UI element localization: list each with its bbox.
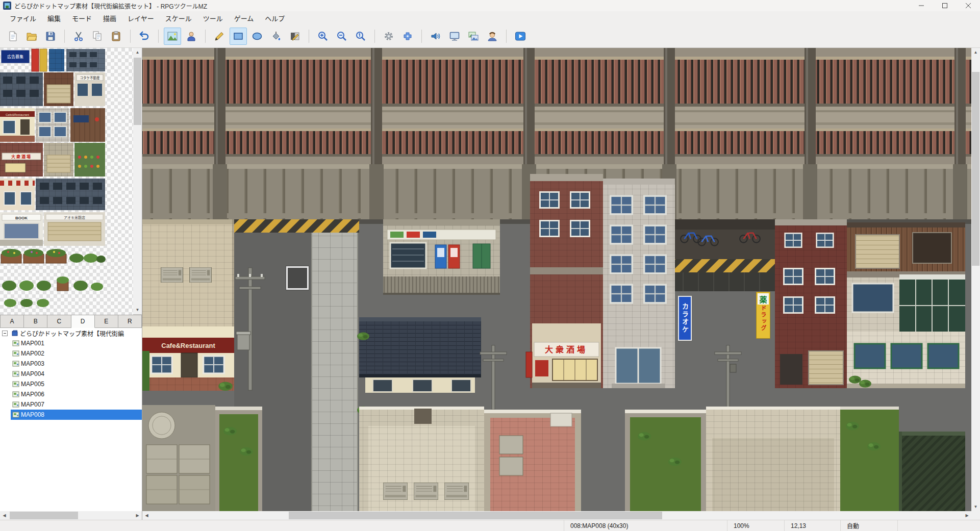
tileset-palette-canvas[interactable]: 広告募集 <box>0 48 133 315</box>
karaoke-sign[interactable]: カラオケ <box>678 296 692 341</box>
menu-item-game[interactable]: ゲーム <box>229 11 260 25</box>
tile-cursor[interactable] <box>286 266 309 290</box>
menu-item-draw[interactable]: 描画 <box>97 11 122 25</box>
trash-bin[interactable] <box>236 332 250 350</box>
tab-a[interactable]: A <box>0 315 24 328</box>
pencil-tool-button[interactable] <box>211 28 228 45</box>
palette-row-buildings-4[interactable] <box>0 179 105 210</box>
tree-scroll-track[interactable] <box>9 511 133 520</box>
menu-item-file[interactable]: ファイル <box>4 11 42 25</box>
scroll-down-arrow-icon[interactable]: ▼ <box>971 502 980 511</box>
palette-row-buildings-2[interactable]: Cafe&Restaurant <box>0 108 105 142</box>
map-mode-button[interactable] <box>164 28 181 45</box>
menu-item-scale[interactable]: スケール <box>160 11 197 25</box>
map-horizontal-scrollbar[interactable]: ◀ ▶ <box>142 511 971 520</box>
palette-row-buildings-3[interactable]: 大衆酒場 <box>0 143 105 176</box>
title-bar[interactable]: どらぴかドットマップ素材【現代街編拡張セット】 - RPGツクールMZ <box>0 0 980 11</box>
palette-scroll-track[interactable] <box>133 57 142 306</box>
paste-button[interactable] <box>108 28 125 45</box>
scroll-up-arrow-icon[interactable]: ▲ <box>971 48 980 57</box>
tree-horizontal-scrollbar[interactable]: ◀ ▶ <box>0 511 142 520</box>
new-project-button[interactable] <box>4 28 21 45</box>
ellipse-tool-button[interactable] <box>248 28 266 45</box>
building-dark-green[interactable] <box>899 432 965 511</box>
tree-item-map001[interactable]: MAP001 <box>0 338 142 348</box>
scroll-left-arrow-icon[interactable]: ◀ <box>0 511 9 520</box>
menu-item-layer[interactable]: レイヤー <box>122 11 160 25</box>
menu-item-edit[interactable]: 編集 <box>42 11 66 25</box>
sound-test-button[interactable] <box>427 28 444 45</box>
building-maroon2[interactable] <box>775 219 847 388</box>
resource-manager-button[interactable] <box>465 28 482 45</box>
scroll-right-arrow-icon[interactable]: ▶ <box>133 511 142 520</box>
zoom-in-button[interactable] <box>314 28 332 45</box>
building-cafe-block[interactable]: Cafe&Restaurant <box>142 219 234 391</box>
compound-green-right[interactable] <box>840 407 899 511</box>
palette-row-shops[interactable]: BOOK アオキ米穀店 <box>0 212 105 246</box>
tree-item-map004[interactable]: MAP004 <box>0 369 142 379</box>
rectangle-tool-button[interactable] <box>230 28 247 45</box>
maximize-button[interactable] <box>933 0 957 11</box>
drugstore-sign[interactable]: 薬 ドラッグ <box>756 292 770 339</box>
tab-r[interactable]: R <box>118 315 142 328</box>
tree-item-map007[interactable]: MAP007 <box>0 399 142 410</box>
scroll-down-arrow-icon[interactable]: ▼ <box>133 306 142 314</box>
undo-button[interactable] <box>136 28 153 45</box>
tab-d[interactable]: D <box>71 315 95 328</box>
tree-item-map006[interactable]: MAP006 <box>0 389 142 399</box>
palette-row-buildings-1[interactable]: コタケ不動産 <box>0 72 105 106</box>
sidewalk[interactable] <box>311 233 358 511</box>
tree-scroll-thumb[interactable] <box>10 512 78 519</box>
event-searcher-button[interactable] <box>446 28 463 45</box>
tree-root[interactable]: どらぴかドットマップ素材【現代街編 <box>0 328 142 338</box>
menu-item-help[interactable]: ヘルプ <box>259 11 290 25</box>
compound-beige[interactable] <box>706 407 840 511</box>
map-scene[interactable]: Cafe&Restaurant <box>142 48 971 511</box>
menu-item-mode[interactable]: モード <box>66 11 97 25</box>
compound-utility[interactable] <box>142 405 215 511</box>
close-button[interactable] <box>957 0 980 11</box>
tree-item-map002[interactable]: MAP002 <box>0 348 142 359</box>
map-hscroll-track[interactable] <box>151 511 963 520</box>
palette-vertical-scrollbar[interactable]: ▲ ▼ <box>133 48 142 314</box>
hazard-stripe-left[interactable] <box>234 219 359 233</box>
save-project-button[interactable] <box>42 28 59 45</box>
open-project-button[interactable] <box>23 28 40 45</box>
building-office[interactable] <box>603 179 675 388</box>
event-mode-button[interactable] <box>183 28 200 45</box>
zoom-out-button[interactable] <box>333 28 350 45</box>
scroll-left-arrow-icon[interactable]: ◀ <box>142 511 151 520</box>
compound-pink[interactable] <box>484 410 581 511</box>
compound-green-left[interactable] <box>215 407 262 511</box>
compound-center[interactable] <box>359 407 484 511</box>
map-canvas[interactable]: Cafe&Restaurant <box>142 48 971 511</box>
railway-viaduct[interactable] <box>142 48 971 164</box>
tree-item-map008[interactable]: MAP008 <box>0 410 142 420</box>
titlebar-drag-area[interactable] <box>207 0 910 11</box>
plugin-manager-button[interactable] <box>399 28 416 45</box>
compound-green-center[interactable] <box>625 410 706 511</box>
tileset-palette[interactable]: 広告募集 <box>0 48 133 315</box>
tab-e[interactable]: E <box>95 315 118 328</box>
tab-c[interactable]: C <box>47 315 71 328</box>
tree-item-map005[interactable]: MAP005 <box>0 379 142 389</box>
character-generator-button[interactable] <box>484 28 501 45</box>
map-vertical-scrollbar[interactable]: ▲ ▼ <box>971 48 980 520</box>
palette-scroll-thumb[interactable] <box>134 58 141 125</box>
menu-item-tools[interactable]: ツール <box>197 11 229 25</box>
shadow-pen-tool-button[interactable] <box>286 28 304 45</box>
minimize-button[interactable] <box>910 0 933 11</box>
building-storefront[interactable] <box>383 219 500 295</box>
building-izakaya[interactable]: 大衆酒場 <box>526 174 603 388</box>
collapse-expander-icon[interactable] <box>2 331 8 336</box>
tree-item-map003[interactable]: MAP003 <box>0 359 142 369</box>
map-hscroll-thumb[interactable] <box>289 512 662 519</box>
tab-b[interactable]: B <box>24 315 47 328</box>
building-tiled-roof[interactable] <box>359 317 481 393</box>
copy-button[interactable] <box>89 28 106 45</box>
scroll-right-arrow-icon[interactable]: ▶ <box>963 511 971 520</box>
under-viaduct-bike-area[interactable] <box>675 219 775 291</box>
cut-button[interactable] <box>70 28 87 45</box>
map-vscroll-track[interactable] <box>971 57 980 502</box>
building-right-complex[interactable] <box>847 222 965 388</box>
